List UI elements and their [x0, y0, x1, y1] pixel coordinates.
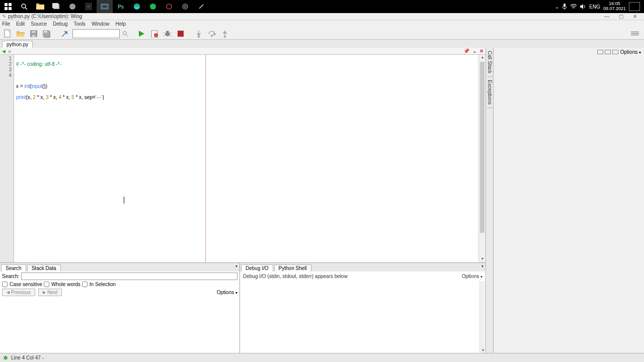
search-options-row: Case sensitive Whole words In Selection: [0, 281, 239, 288]
clock-date: 08.07.2021: [603, 7, 626, 12]
right-panel-header: Options ▾: [494, 48, 644, 56]
next-button[interactable]: ▶Next: [38, 289, 62, 296]
step-into-button[interactable]: [193, 29, 204, 39]
save-button[interactable]: [28, 29, 39, 39]
stop-button[interactable]: [175, 29, 186, 39]
previous-button[interactable]: ◀Previous: [2, 289, 35, 296]
new-file-button[interactable]: [2, 29, 13, 39]
nav-back-icon[interactable]: ◀: [2, 49, 6, 54]
close-tab-icon[interactable]: ✕: [479, 48, 484, 54]
pen-icon[interactable]: [193, 0, 209, 13]
case-sensitive-checkbox[interactable]: [2, 282, 8, 287]
open-file-button[interactable]: [15, 29, 26, 39]
svg-line-46: [164, 35, 165, 36]
nav-fwd-icon[interactable]: ▶: [9, 49, 12, 54]
step-out-button[interactable]: [219, 29, 230, 39]
layout-icon[interactable]: [612, 50, 618, 54]
svg-point-53: [211, 35, 213, 36]
svg-rect-23: [564, 4, 566, 7]
editor-scrollbar[interactable]: ▴ ▾: [478, 55, 486, 262]
bug-icon[interactable]: ✱: [3, 354, 8, 361]
scroll-down-icon[interactable]: ▾: [480, 348, 486, 353]
panel-menu-icon[interactable]: ▾: [481, 264, 484, 268]
layout-icon[interactable]: [597, 50, 603, 54]
record-icon[interactable]: [161, 0, 177, 13]
svg-point-43: [166, 31, 169, 34]
volume-icon[interactable]: [580, 4, 586, 9]
goto-button[interactable]: [59, 29, 70, 39]
menu-window[interactable]: Window: [92, 21, 110, 27]
save-all-button[interactable]: [41, 29, 52, 39]
taskview-icon[interactable]: [97, 0, 113, 13]
debug-file-button[interactable]: [149, 29, 160, 39]
brain-icon[interactable]: [64, 0, 80, 13]
menu-source[interactable]: Source: [31, 21, 47, 27]
margin-guide: [205, 55, 206, 262]
scroll-up-icon[interactable]: ▴: [479, 55, 486, 61]
menu-tools[interactable]: Tools: [74, 21, 86, 27]
menu-file[interactable]: File: [2, 21, 10, 27]
edge-icon[interactable]: [129, 0, 145, 13]
menu-debug[interactable]: Debug: [53, 21, 67, 27]
menu-bar: File Edit Source Debug Tools Window Help: [0, 20, 644, 28]
calc-icon[interactable]: [80, 0, 97, 13]
debug-io-area[interactable]: ▾: [240, 281, 486, 353]
minimize-button[interactable]: —: [600, 14, 614, 19]
editor[interactable]: 1 2 3 4 # -*- coding: utf-8 -*- x = int(…: [0, 55, 486, 262]
svg-point-20: [183, 4, 188, 9]
debug-scrollbar[interactable]: ▾: [479, 281, 486, 353]
search-icon[interactable]: [122, 29, 129, 39]
tab-python-shell[interactable]: Python Shell: [274, 264, 311, 272]
chevron-down-icon[interactable]: ⌄: [472, 48, 476, 54]
tab-search[interactable]: Search: [1, 264, 26, 272]
whole-words-checkbox[interactable]: [44, 282, 49, 287]
right-options-menu[interactable]: Options ▾: [620, 49, 641, 55]
maximize-button[interactable]: ▢: [614, 14, 628, 19]
scroll-down-icon[interactable]: ▾: [479, 256, 486, 262]
wifi-icon[interactable]: [570, 4, 577, 9]
tab-stack-data[interactable]: Stack Data: [27, 264, 61, 272]
side-tab-exceptions[interactable]: Exceptions: [487, 77, 493, 108]
close-button[interactable]: ✕: [628, 14, 642, 19]
svg-line-5: [25, 8, 27, 10]
toolbar-search-input[interactable]: [72, 29, 120, 38]
svg-rect-16: [102, 5, 107, 8]
debug-options-menu[interactable]: Options ▾: [462, 274, 482, 279]
spotify-icon[interactable]: [145, 0, 161, 13]
layout-icon[interactable]: [605, 50, 611, 54]
file-tab[interactable]: python.py: [2, 41, 33, 48]
tray-chevron-icon[interactable]: ⌄: [555, 4, 559, 10]
code-txt: * x,: [36, 95, 46, 100]
debug-button[interactable]: [162, 29, 173, 39]
code-txt: (x,: [26, 95, 33, 100]
panel-menu-icon[interactable]: ▾: [235, 264, 237, 268]
tray-clock[interactable]: 16:05 08.07.2021: [603, 2, 626, 12]
run-button[interactable]: [136, 29, 147, 39]
pin-icon[interactable]: 📌: [463, 48, 469, 54]
photoshop-icon[interactable]: Ps: [113, 0, 129, 13]
in-selection-checkbox[interactable]: [82, 282, 88, 287]
feather-icon: ✎: [2, 14, 6, 19]
debug-io-header: Debug I/O (stdin, stdout, stderr) appear…: [240, 272, 486, 281]
obs-icon[interactable]: [177, 0, 193, 13]
mic-icon[interactable]: [562, 4, 567, 10]
search-options-menu[interactable]: Options ▾: [217, 290, 237, 295]
tab-debug-io[interactable]: Debug I/O: [241, 264, 273, 272]
start-button[interactable]: [0, 0, 16, 13]
layout-icons: [597, 50, 618, 54]
tray-lang[interactable]: ENG: [589, 4, 600, 10]
menu-help[interactable]: Help: [115, 21, 126, 27]
scroll-thumb[interactable]: [480, 62, 485, 233]
case-label: Case sensitive: [10, 282, 42, 287]
search-icon[interactable]: [16, 0, 32, 13]
code-area[interactable]: # -*- coding: utf-8 -*- x = int(input())…: [14, 55, 478, 262]
side-tab-call-stack[interactable]: Call Stack: [487, 48, 493, 77]
notification-icon[interactable]: [629, 2, 640, 11]
explorer-icon[interactable]: [32, 0, 48, 13]
svg-line-38: [126, 35, 128, 36]
menu-edit[interactable]: Edit: [16, 21, 25, 27]
toolbar-menu-icon[interactable]: [631, 32, 639, 35]
gallery-icon[interactable]: [48, 0, 64, 13]
search-input[interactable]: [21, 273, 237, 280]
step-over-button[interactable]: [206, 29, 217, 39]
